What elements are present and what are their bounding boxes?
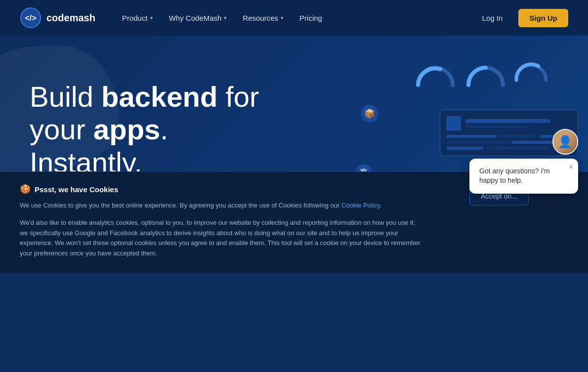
cookie-title: Pssst, we have Cookies xyxy=(35,185,118,194)
chat-avatar-image: 👤 xyxy=(553,130,577,154)
signup-button[interactable]: Sign Up xyxy=(518,9,568,27)
nav-links: Product ▾ Why CodeMash ▾ Resources ▾ Pri… xyxy=(115,10,474,26)
cookie-body-1: We use Cookies to give you the best onli… xyxy=(20,201,415,211)
chat-message: Got any questions? I'm happy to help. xyxy=(479,166,568,186)
gauge-3 xyxy=(514,60,548,83)
nav-item-why-codemash[interactable]: Why CodeMash ▾ xyxy=(162,10,234,26)
hero-title-text: Build backend for your apps. xyxy=(30,81,259,146)
login-button[interactable]: Log In xyxy=(474,10,511,26)
gauge-1 xyxy=(413,60,458,87)
svg-text:</>: </> xyxy=(25,14,36,22)
logo[interactable]: </> codemash xyxy=(20,7,95,29)
hero-section: Build backend for your apps. Instantly. … xyxy=(0,36,588,273)
brand-name: codemash xyxy=(46,12,95,24)
navbar: </> codemash Product ▾ Why CodeMash ▾ Re… xyxy=(0,0,588,36)
chevron-down-icon: ▾ xyxy=(224,15,227,21)
cookie-emoji: 🍪 xyxy=(20,184,31,195)
nav-item-product[interactable]: Product ▾ xyxy=(115,10,160,26)
chevron-down-icon: ▾ xyxy=(281,15,284,21)
chat-avatar: 👤 xyxy=(552,129,578,155)
logo-icon: </> xyxy=(20,7,42,29)
chat-close-button[interactable]: × xyxy=(569,163,573,171)
chat-bubble: × Got any questions? I'm happy to help. xyxy=(469,159,578,194)
chevron-down-icon: ▾ xyxy=(150,15,153,21)
hero-title: Build backend for your apps. Instantly. xyxy=(30,81,316,179)
chat-widget: 👤 × Got any questions? I'm happy to help… xyxy=(469,159,578,194)
cookie-policy-link[interactable]: Cookie Policy xyxy=(341,202,380,209)
floating-icon-1: 📦 xyxy=(361,105,378,123)
nav-right: Log In Sign Up xyxy=(474,9,568,27)
nav-item-pricing[interactable]: Pricing xyxy=(293,10,329,26)
gauge-2 xyxy=(463,60,508,87)
cookie-body-2: We'd also like to enable analytics cooki… xyxy=(20,218,425,259)
nav-item-resources[interactable]: Resources ▾ xyxy=(236,10,291,26)
